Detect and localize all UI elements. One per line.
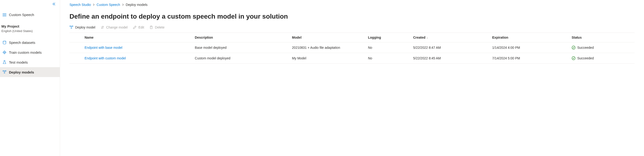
flask-icon [2,60,6,64]
deploy-icon [70,26,73,29]
list-icon [2,13,6,16]
row-select-cell[interactable] [70,53,81,64]
svg-point-16 [572,56,575,60]
success-icon [572,46,576,50]
toolbar-label: Delete [155,26,164,29]
svg-point-12 [5,70,6,72]
toolbar-label: Edit [138,26,144,29]
column-select [70,33,81,42]
cell-status: Succeeded [568,42,634,53]
column-expiration[interactable]: Expiration [489,33,568,42]
page-title: Define an endpoint to deploy a custom sp… [70,11,634,26]
column-created[interactable]: Created↓ [410,33,489,42]
sidebar-top-link[interactable]: Custom Speech [0,10,60,19]
sidebar-item-label: Test models [9,60,28,64]
column-label: Created [413,36,426,39]
cell-description: Base model deployed [192,42,289,53]
table-row[interactable]: Endpoint with base model Base model depl… [70,42,634,53]
sort-down-icon: ↓ [426,36,428,39]
toolbar-label: Change model [106,26,128,29]
svg-point-13 [70,26,71,27]
success-icon [572,56,576,60]
row-select-cell[interactable] [70,42,81,53]
sidebar-item-label: Speech datasets [9,40,35,44]
breadcrumb-link-custom-speech[interactable]: Custom Speech [96,3,120,6]
column-logging[interactable]: Logging [365,33,410,42]
svg-point-15 [572,46,575,49]
svg-point-5 [4,52,5,53]
project-name: My Project [2,24,56,28]
swap-icon [100,26,104,29]
deploy-model-button[interactable]: Deploy model [70,26,96,29]
edit-button: Edit [133,26,144,29]
change-model-button: Change model [100,26,128,29]
column-label: Name [84,36,94,39]
sidebar-item-label: Deploy models [9,70,34,74]
delete-button: Delete [149,26,164,29]
column-status[interactable]: Status [568,33,634,42]
gear-model-icon [2,50,6,54]
deploy-icon [2,70,6,74]
cell-expiration: 1/14/2024 4:00 PM [489,42,568,53]
cell-expiration: 7/14/2024 5:00 PM [489,53,568,64]
cell-status: Succeeded [568,53,634,64]
column-label: Status [572,36,582,39]
sidebar-item-deploy-models[interactable]: Deploy models [0,67,60,77]
sidebar-top-label: Custom Speech [9,13,34,17]
breadcrumb-link-speech-studio[interactable]: Speech Studio [70,3,91,6]
sidebar: Custom Speech My Project English (United… [0,0,60,156]
database-icon [2,40,6,44]
svg-point-4 [3,51,6,54]
cell-description: Custom model deployed [192,53,289,64]
cell-model: My Model [289,53,365,64]
cell-logging: No [365,53,410,64]
sidebar-item-train-models[interactable]: Train custom models [0,47,60,57]
breadcrumb: Speech Studio Custom Speech Deploy model… [70,3,634,11]
main-content: Speech Studio Custom Speech Deploy model… [60,0,644,156]
cell-created: 5/22/2022 8:47 AM [410,42,489,53]
cell-model: 20210831 + Audio file adaptation [289,42,365,53]
toolbar: Deploy model Change model Edit Delete [70,26,634,32]
column-name[interactable]: Name [81,33,192,42]
project-language: English (United States) [2,29,56,33]
column-label: Model [292,36,302,39]
cell-name: Endpoint with custom model [81,53,192,64]
breadcrumb-current: Deploy models [126,3,148,6]
column-label: Logging [368,36,381,39]
column-label: Expiration [492,36,508,39]
cell-name: Endpoint with base model [81,42,192,53]
collapse-sidebar-button[interactable] [52,2,56,6]
sidebar-item-speech-datasets[interactable]: Speech datasets [0,38,60,47]
toolbar-label: Deploy model [75,26,96,29]
status-text: Succeeded [577,46,594,50]
cell-logging: No [365,42,410,53]
nav-list: Speech datasets Train custom models Test… [0,38,60,77]
svg-point-3 [3,41,6,42]
endpoints-table: Name Description Model Logging Created↓ … [70,32,634,64]
svg-point-11 [3,70,4,72]
column-model[interactable]: Model [289,33,365,42]
chevron-right-icon [93,4,95,6]
sidebar-item-label: Train custom models [9,50,42,54]
chevron-double-left-icon [52,2,56,6]
endpoint-link[interactable]: Endpoint with custom model [84,56,126,60]
cell-created: 5/22/2022 8:45 AM [410,53,489,64]
project-block: My Project English (United States) [0,19,60,35]
chevron-right-icon [122,4,124,6]
endpoint-link[interactable]: Endpoint with base model [84,46,122,50]
column-description[interactable]: Description [192,33,289,42]
table-row[interactable]: Endpoint with custom model Custom model … [70,53,634,64]
status-text: Succeeded [577,56,594,60]
delete-icon [149,26,153,29]
edit-icon [133,26,136,29]
sidebar-item-test-models[interactable]: Test models [0,57,60,67]
column-label: Description [195,36,213,39]
svg-point-14 [72,26,73,27]
